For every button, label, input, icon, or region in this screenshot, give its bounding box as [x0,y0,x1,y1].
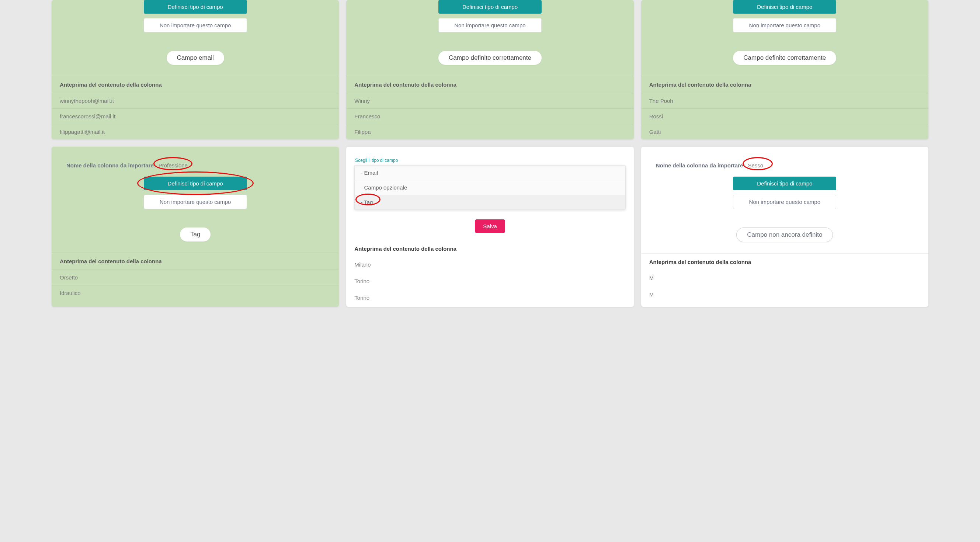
preview-row: The Pooh [641,93,928,108]
define-field-button[interactable]: Definisci tipo di campo [144,0,247,14]
preview-header: Anteprima del contenuto della colonna [641,254,928,270]
column-card-citta-dropdown: Scegli il tipo di campo - Email - Campo … [346,147,633,307]
dropdown-option-optional[interactable]: - Campo opzionale [355,180,625,195]
preview-row: M [641,287,928,304]
column-card-lastname: Definisci tipo di campo Non importare qu… [641,0,928,139]
column-name-row: Nome della colonna da importare: Profess… [66,162,324,169]
preview-header: Anteprima del contenuto della colonna [52,76,339,93]
preview-row: Francesco [346,108,633,124]
column-name-value: Professione [159,162,188,169]
column-card-professione: Nome della colonna da importare: Profess… [52,147,339,307]
status-pill-tag: Tag [180,227,210,242]
preview-section: Anteprima del contenuto della colonna wi… [52,76,339,139]
preview-section: Anteprima del contenuto della colonna Mi… [346,240,633,307]
preview-header: Anteprima del contenuto della colonna [346,240,633,257]
preview-row: M [641,270,928,287]
preview-row: Filippa [346,124,633,139]
select-label: Scegli il tipo di campo [354,158,625,163]
preview-row: winnythepooh@mail.it [52,93,339,108]
column-card-email: Definisci tipo di campo Non importare qu… [52,0,339,139]
preview-row: Winny [346,93,633,108]
column-card-sesso: Nome della colonna da importare: Sesso D… [641,147,928,307]
column-name-value: Sesso [748,162,763,169]
preview-section: Anteprima del contenuto della colonna Or… [52,253,339,300]
preview-section: Anteprima del contenuto della colonna M … [641,253,928,304]
preview-row: Orsetto [52,270,339,285]
preview-row: Idraulico [52,285,339,300]
preview-row: Torino [346,273,633,290]
preview-header: Anteprima del contenuto della colonna [52,253,339,270]
dropdown-option-email[interactable]: - Email [355,165,625,180]
preview-row: Milano [346,257,633,273]
define-field-button[interactable]: Definisci tipo di campo [733,176,836,190]
preview-row: filippagatti@mail.it [52,124,339,139]
ignore-field-button[interactable]: Non importare questo campo [144,18,247,32]
status-pill-defined: Campo definito correttamente [438,51,542,65]
preview-row: Gatti [641,124,928,139]
field-type-dropdown[interactable]: - Email - Campo opzionale - Tag [354,165,625,210]
dropdown-option-tag[interactable]: - Tag [355,195,625,210]
preview-header: Anteprima del contenuto della colonna [641,76,928,93]
column-name-row: Nome della colonna da importare: Sesso [656,162,914,169]
define-field-button[interactable]: Definisci tipo di campo [438,0,542,14]
ignore-field-button[interactable]: Non importare questo campo [144,195,247,209]
column-card-firstname: Definisci tipo di campo Non importare qu… [346,0,633,139]
status-pill-email: Campo email [167,51,224,65]
column-label: Nome della colonna da importare: [656,162,745,168]
ignore-field-button[interactable]: Non importare questo campo [733,18,836,32]
column-label: Nome della colonna da importare: [66,162,156,168]
status-pill-undefined: Campo non ancora definito [736,227,833,242]
preview-row: Torino [346,290,633,307]
preview-header: Anteprima del contenuto della colonna [346,76,633,93]
save-button[interactable]: Salva [475,219,505,233]
status-pill-defined: Campo definito correttamente [733,51,836,65]
preview-section: Anteprima del contenuto della colonna Wi… [346,76,633,139]
preview-row: Rossi [641,108,928,124]
preview-row: francescorossi@mail.it [52,108,339,124]
ignore-field-button[interactable]: Non importare questo campo [733,195,836,209]
define-field-button[interactable]: Definisci tipo di campo [144,176,247,190]
preview-section: Anteprima del contenuto della colonna Th… [641,76,928,139]
cards-grid: Definisci tipo di campo Non importare qu… [0,0,980,314]
define-field-button[interactable]: Definisci tipo di campo [733,0,836,14]
ignore-field-button[interactable]: Non importare questo campo [438,18,542,32]
